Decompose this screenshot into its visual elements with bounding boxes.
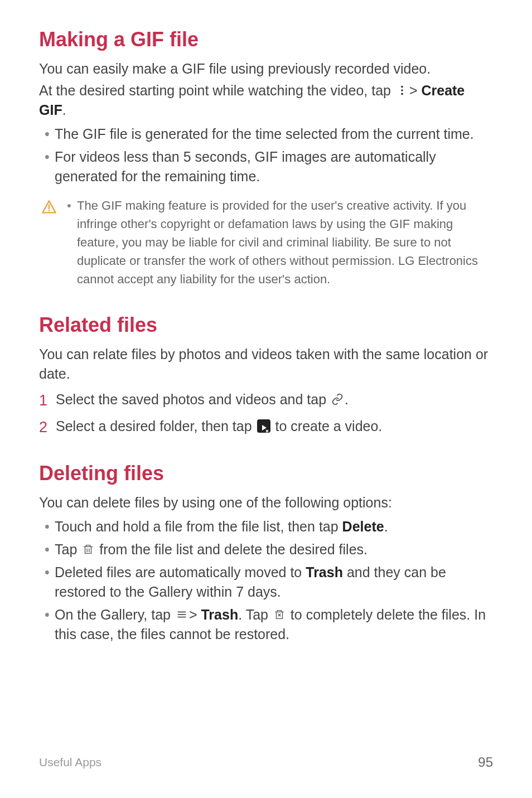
svg-marker-5 <box>262 425 267 431</box>
svg-point-0 <box>401 86 403 88</box>
section-related-files: Related files You can relate files by ph… <box>39 313 493 437</box>
body-paragraph: You can easily make a GIF file using pre… <box>39 59 493 79</box>
delete-permanent-icon <box>273 608 286 621</box>
warning-text: The GIF making feature is provided for t… <box>66 196 491 288</box>
text-fragment: Select the saved photos and videos and t… <box>56 391 330 407</box>
separator: > <box>189 607 197 622</box>
numbered-list: 1 Select the saved photos and videos and… <box>39 389 493 437</box>
create-video-icon <box>257 419 270 433</box>
link-icon <box>331 393 344 405</box>
list-item: On the Gallery, tap > Trash. Tap to comp… <box>39 605 493 644</box>
section-deleting-files: Deleting files You can delete files by u… <box>39 462 493 644</box>
body-paragraph: At the desired starting point while watc… <box>39 81 493 120</box>
warning-callout: The GIF making feature is provided for t… <box>39 196 493 288</box>
bullet-list: The GIF file is generated for the time s… <box>39 124 493 186</box>
step-number: 1 <box>39 389 47 412</box>
list-item: Tap from the file list and delete the de… <box>39 540 493 559</box>
list-item: For videos less than 5 seconds, GIF imag… <box>39 147 493 186</box>
text-fragment: from the file list and delete the desire… <box>95 541 367 557</box>
section-title: Making a GIF file <box>39 28 493 51</box>
text-fragment: Touch and hold a file from the file list… <box>55 519 342 534</box>
section-title: Deleting files <box>39 462 493 485</box>
warning-icon <box>41 200 57 215</box>
step-number: 2 <box>39 416 47 439</box>
bold-text: Trash <box>197 607 239 622</box>
list-item: Touch and hold a file from the file list… <box>39 517 493 536</box>
text-fragment: . <box>384 519 388 534</box>
bold-text: Trash <box>306 564 343 580</box>
section-making-gif: Making a GIF file You can easily make a … <box>39 28 493 288</box>
text-fragment: . <box>62 102 66 118</box>
list-item: Deleted files are automatically moved to… <box>39 563 493 602</box>
warning-content: The GIF making feature is provided for t… <box>66 196 491 288</box>
bullet-list: Touch and hold a file from the file list… <box>39 517 493 644</box>
separator: > <box>409 83 418 98</box>
footer-section-label: Useful Apps <box>39 756 101 769</box>
text-fragment: Tap <box>55 541 81 557</box>
menu-icon <box>176 608 188 621</box>
bold-text: Delete <box>342 519 384 534</box>
text-fragment: . <box>345 391 349 407</box>
svg-point-2 <box>401 93 403 95</box>
svg-point-4 <box>49 210 50 211</box>
trash-icon <box>82 543 94 555</box>
more-options-icon <box>396 84 408 96</box>
text-fragment: Select a desired folder, then tap <box>56 418 256 434</box>
footer-page-number: 95 <box>478 755 493 770</box>
text-fragment: Deleted files are automatically moved to <box>55 564 306 580</box>
text-fragment: At the desired starting point while watc… <box>39 83 395 98</box>
section-title: Related files <box>39 313 493 337</box>
page-footer: Useful Apps 95 <box>39 755 493 770</box>
list-item: The GIF file is generated for the time s… <box>39 124 493 144</box>
text-fragment: On the Gallery, tap <box>55 607 175 622</box>
body-paragraph: You can relate files by photos and video… <box>39 345 493 384</box>
text-fragment: to create a video. <box>272 418 383 434</box>
body-paragraph: You can delete files by using one of the… <box>39 493 493 512</box>
text-fragment: . Tap <box>238 607 272 622</box>
svg-point-1 <box>401 90 403 92</box>
list-item: 1 Select the saved photos and videos and… <box>39 389 493 410</box>
list-item: 2 Select a desired folder, then tap to c… <box>39 416 493 437</box>
